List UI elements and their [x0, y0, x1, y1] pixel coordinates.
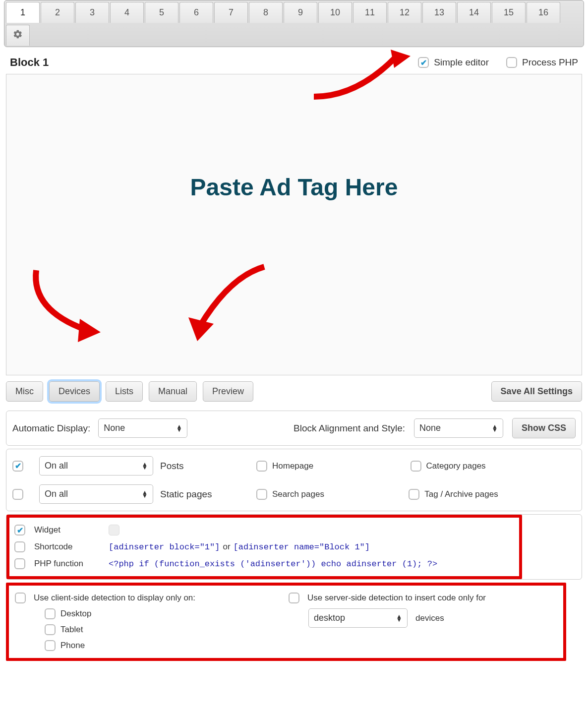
desktop-label: Desktop — [60, 609, 91, 619]
static-filter-value: On all — [45, 489, 68, 499]
select-arrows-icon: ▲▼ — [142, 463, 148, 470]
server-detection-checkbox[interactable] — [289, 593, 299, 603]
tab-10[interactable]: 10 — [318, 2, 352, 23]
tab-1[interactable]: 1 — [6, 2, 40, 23]
display-alignment-panel: Automatic Display: None ▲▼ Block Alignme… — [6, 411, 582, 446]
phone-label: Phone — [60, 641, 85, 651]
posts-filter-value: On all — [45, 461, 68, 471]
preview-button[interactable]: Preview — [203, 381, 253, 402]
tab-7[interactable]: 7 — [214, 2, 248, 23]
client-detection-label: Use client-side detection to display onl… — [34, 593, 195, 603]
simple-editor-checkbox[interactable] — [418, 57, 429, 68]
tab-16[interactable]: 16 — [527, 2, 560, 23]
php-function-checkbox[interactable] — [14, 558, 25, 569]
posts-label: Posts — [160, 461, 249, 472]
select-arrows-icon: ▲▼ — [492, 425, 498, 432]
action-buttons-row: Misc Devices Lists Manual Preview Save A… — [0, 375, 588, 408]
static-pages-checkbox[interactable] — [12, 489, 23, 500]
process-php-checkbox[interactable] — [506, 57, 517, 68]
block-alignment-label: Block Alignment and Style: — [294, 423, 405, 434]
block-tabs: 1 2 3 4 5 6 7 8 9 10 11 12 13 14 15 16 — [4, 0, 584, 47]
tab-12[interactable]: 12 — [388, 2, 421, 23]
automatic-display-select[interactable]: None ▲▼ — [98, 418, 187, 438]
show-css-button[interactable]: Show CSS — [512, 418, 576, 438]
tab-3[interactable]: 3 — [75, 2, 109, 23]
php-function-code: <?php if (function_exists ('adinserter')… — [109, 559, 514, 569]
server-device-value: desktop — [314, 613, 345, 623]
static-filter-select[interactable]: On all ▲▼ — [39, 484, 153, 504]
shortcode-checkbox[interactable] — [14, 541, 25, 552]
automatic-display-label: Automatic Display: — [12, 423, 90, 434]
client-detection-checkbox[interactable] — [15, 593, 26, 603]
tab-9[interactable]: 9 — [284, 2, 317, 23]
static-pages-label: Static pages — [160, 489, 249, 500]
arrow-annotation-icon — [26, 265, 111, 345]
insertion-panel: Widget Shortcode [adinserter block="1"]o… — [6, 514, 582, 580]
misc-button[interactable]: Misc — [6, 381, 43, 402]
tag-archive-checkbox[interactable] — [409, 489, 419, 500]
tab-2[interactable]: 2 — [41, 2, 74, 23]
php-function-label: PHP function — [34, 559, 104, 569]
posts-filter-select[interactable]: On all ▲▼ — [39, 456, 153, 476]
block-header: Block 1 Simple editor Process PHP — [0, 47, 588, 74]
editor-placeholder-text: Paste Ad Tag Here — [6, 174, 582, 201]
tab-11[interactable]: 11 — [353, 2, 387, 23]
arrow-annotation-icon — [309, 47, 418, 102]
automatic-display-value: None — [104, 423, 125, 433]
shortcode-code: [adinserter block="1"]or[adinserter name… — [109, 542, 514, 552]
widget-label: Widget — [34, 525, 104, 535]
tag-archive-label: Tag / Archive pages — [424, 489, 498, 499]
desktop-checkbox[interactable] — [45, 608, 56, 619]
lists-button[interactable]: Lists — [106, 381, 143, 402]
svg-marker-2 — [188, 317, 214, 341]
svg-marker-0 — [391, 50, 411, 68]
code-editor[interactable]: Paste Ad Tag Here — [6, 74, 582, 375]
select-arrows-icon: ▲▼ — [142, 491, 148, 498]
shortcode-label: Shortcode — [34, 542, 104, 552]
homepage-label: Homepage — [272, 461, 313, 471]
devices-button[interactable]: Devices — [49, 381, 100, 402]
search-pages-checkbox[interactable] — [256, 489, 267, 500]
page-types-panel: On all ▲▼ Posts Homepage Category pages … — [6, 449, 582, 511]
tablet-checkbox[interactable] — [45, 624, 56, 635]
widget-disabled-box — [109, 525, 119, 536]
save-all-settings-button[interactable]: Save All Settings — [491, 381, 582, 402]
manual-button[interactable]: Manual — [149, 381, 197, 402]
search-pages-label: Search pages — [272, 489, 324, 499]
block-alignment-value: None — [419, 423, 441, 433]
server-device-select[interactable]: desktop ▲▼ — [308, 608, 408, 628]
simple-editor-label: Simple editor — [434, 57, 489, 68]
tab-4[interactable]: 4 — [110, 2, 144, 23]
widget-checkbox[interactable] — [14, 525, 25, 536]
select-arrows-icon: ▲▼ — [396, 615, 402, 622]
svg-marker-1 — [78, 319, 101, 342]
devices-suffix-label: devices — [415, 613, 444, 623]
tab-6[interactable]: 6 — [179, 2, 213, 23]
tablet-label: Tablet — [60, 625, 83, 635]
tab-8[interactable]: 8 — [249, 2, 283, 23]
category-pages-label: Category pages — [426, 461, 486, 471]
arrow-annotation-icon — [185, 262, 274, 346]
process-php-label: Process PHP — [522, 57, 578, 68]
tab-settings[interactable] — [6, 25, 30, 46]
category-pages-checkbox[interactable] — [411, 461, 421, 472]
block-title: Block 1 — [10, 56, 49, 69]
block-alignment-select[interactable]: None ▲▼ — [414, 418, 503, 438]
tab-13[interactable]: 13 — [422, 2, 456, 23]
server-detection-label: Use server-side detection to insert code… — [307, 593, 486, 603]
posts-checkbox[interactable] — [12, 461, 23, 472]
select-arrows-icon: ▲▼ — [176, 425, 182, 432]
phone-checkbox[interactable] — [45, 640, 56, 651]
tab-5[interactable]: 5 — [145, 2, 178, 23]
gear-icon — [13, 29, 23, 39]
tab-14[interactable]: 14 — [457, 2, 491, 23]
tab-15[interactable]: 15 — [492, 2, 526, 23]
homepage-checkbox[interactable] — [256, 461, 267, 472]
